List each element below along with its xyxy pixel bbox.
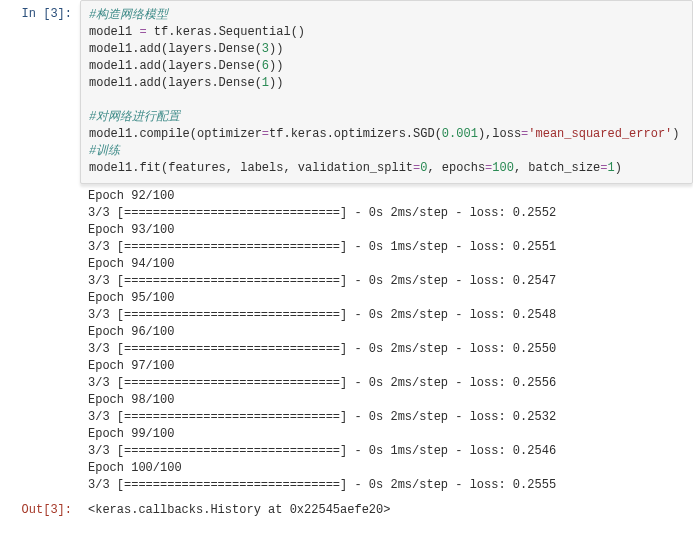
code-text: model1 — [89, 25, 139, 39]
code-text: , epochs — [427, 161, 485, 175]
code-string: 'mean_squared_error' — [528, 127, 672, 141]
code-text: model1.add(layers.Dense( — [89, 59, 262, 73]
code-comment: #对网络进行配置 — [89, 110, 180, 124]
code-text: ) — [672, 127, 679, 141]
code-text: ),loss — [478, 127, 521, 141]
code-text: tf.keras.Sequential() — [147, 25, 305, 39]
out-value: <keras.callbacks.History at 0x22545aefe2… — [80, 496, 693, 521]
code-text: model1.compile(optimizer — [89, 127, 262, 141]
code-number: 100 — [492, 161, 514, 175]
stdout-cell: Epoch 92/100 3/3 [======================… — [0, 184, 693, 496]
code-text: model1.add(layers.Dense( — [89, 42, 262, 56]
code-op: = — [600, 161, 607, 175]
code-text: model1.fit(features, labels, validation_… — [89, 161, 413, 175]
code-op: = — [262, 127, 269, 141]
code-text: )) — [269, 76, 283, 90]
code-number: 3 — [262, 42, 269, 56]
training-output: Epoch 92/100 3/3 [======================… — [80, 184, 693, 496]
code-op: = — [139, 25, 146, 39]
output-cell: Out[3]: <keras.callbacks.History at 0x22… — [0, 496, 693, 521]
code-number: 6 — [262, 59, 269, 73]
code-text: tf.keras.optimizers.SGD( — [269, 127, 442, 141]
code-text: )) — [269, 59, 283, 73]
code-comment: #训练 — [89, 144, 120, 158]
code-number: 1 — [608, 161, 615, 175]
out-prompt: Out[3]: — [0, 496, 80, 519]
code-comment: #构造网络模型 — [89, 8, 168, 22]
code-area[interactable]: #构造网络模型 model1 = tf.keras.Sequential() m… — [80, 0, 693, 184]
empty-prompt — [0, 184, 80, 190]
code-text: ) — [615, 161, 622, 175]
code-text: , batch_size — [514, 161, 600, 175]
code-number: 1 — [262, 76, 269, 90]
code-text: model1.add(layers.Dense( — [89, 76, 262, 90]
code-number: 0.001 — [442, 127, 478, 141]
input-cell: In [3]: #构造网络模型 model1 = tf.keras.Sequen… — [0, 0, 693, 184]
code-text: )) — [269, 42, 283, 56]
in-prompt: In [3]: — [0, 0, 80, 23]
